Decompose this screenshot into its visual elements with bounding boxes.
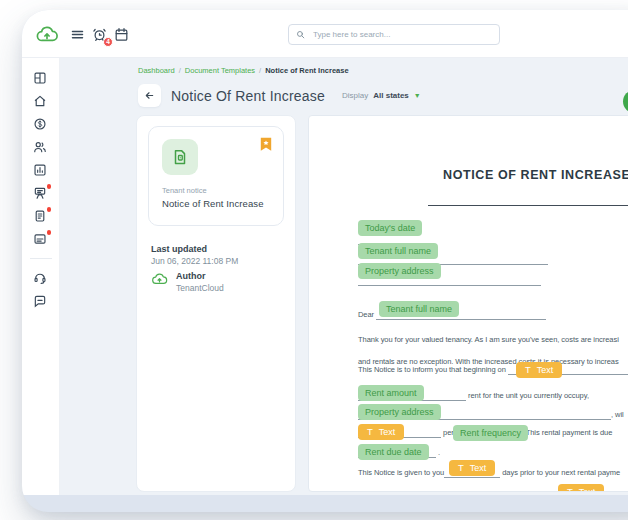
document-row: Rent amount xyxy=(358,385,424,401)
notifications-button[interactable]: 4 xyxy=(92,27,108,43)
headset-icon xyxy=(33,271,47,285)
text-tool-icon: T xyxy=(567,486,573,492)
display-label: Display xyxy=(342,91,368,100)
document-text: Thank you for your valued tenancy. As I … xyxy=(358,334,619,345)
document-row: Today's date xyxy=(358,220,422,236)
template-icon-tile xyxy=(162,139,198,175)
app-window: 4 xyxy=(22,10,628,512)
document-row: TText xyxy=(358,424,404,440)
author-value: TenantCloud xyxy=(176,283,224,293)
last-updated-value: Jun 06, 2022 11:08 PM xyxy=(151,256,238,266)
arrow-left-icon xyxy=(144,90,155,101)
cloud-icon xyxy=(35,23,59,47)
text-field-pill[interactable]: TText xyxy=(516,362,562,378)
page: { "colors":{"accent_green":"#4caf50","pi… xyxy=(0,0,628,520)
notification-dot xyxy=(47,207,52,212)
document-icon xyxy=(171,148,189,166)
breadcrumb-item-document-templates[interactable]: Document Templates xyxy=(185,66,255,75)
document-row: TText xyxy=(449,460,495,476)
search-icon xyxy=(296,30,305,39)
author-label: Author xyxy=(176,271,224,281)
sidebar-item-dashboard[interactable] xyxy=(33,71,48,85)
document-text: , wil xyxy=(611,409,624,420)
sidebar-item-contacts[interactable] xyxy=(33,140,48,154)
text-tool-icon: T xyxy=(367,426,373,437)
document-row: TText xyxy=(558,484,604,492)
document-text: This Notice is given to you xyxy=(358,467,444,478)
document-title-rule xyxy=(428,205,628,206)
author-row: Author TenantCloud xyxy=(151,271,224,293)
calendar-button[interactable] xyxy=(114,27,130,43)
document-text: days prior to your next rental payme xyxy=(500,467,620,478)
document-row: Property address xyxy=(358,263,441,279)
document-preview-panel[interactable]: NOTICE OF RENT INCREASE Today's dateTena… xyxy=(308,115,628,492)
field-pill-property-address[interactable]: Property address xyxy=(358,263,441,279)
document-row: TText xyxy=(516,362,562,378)
bar-chart-icon xyxy=(33,163,47,177)
author-cloud-icon xyxy=(151,271,168,288)
notification-dot xyxy=(47,230,52,235)
billboard-icon xyxy=(33,186,47,200)
topbar: 4 xyxy=(22,10,628,58)
template-category: Tenant notice xyxy=(162,186,207,195)
chat-icon xyxy=(33,294,47,308)
sidebar-item-support[interactable] xyxy=(33,271,48,285)
menu-button[interactable] xyxy=(70,27,86,43)
message-card-icon xyxy=(33,232,47,246)
breadcrumb-item-dashboard[interactable]: Dashboard xyxy=(138,66,175,75)
sidebar-item-payments[interactable] xyxy=(33,117,48,131)
document-text: rent for the unit you currently occupy, xyxy=(466,390,589,401)
home-icon xyxy=(33,94,47,108)
field-pill-today-s-date[interactable]: Today's date xyxy=(358,220,422,236)
text-field-pill[interactable]: TText xyxy=(449,460,495,476)
sidebar-item-feedback[interactable] xyxy=(33,294,48,308)
document-row: Rent due date xyxy=(358,444,429,460)
text-field-pill[interactable]: TText xyxy=(558,484,604,492)
sidebar-item-documents[interactable] xyxy=(33,209,48,223)
sidebar-item-reports[interactable] xyxy=(33,163,48,177)
back-button[interactable] xyxy=(138,84,161,107)
window-body: Dashboard/Document Templates/Notice of R… xyxy=(22,58,628,495)
template-title: Notice of Rent Increase xyxy=(162,198,264,209)
template-card[interactable]: Tenant notice Notice of Rent Increase xyxy=(148,126,284,226)
primary-action-button[interactable] xyxy=(623,90,628,113)
document-text: . xyxy=(436,447,440,458)
template-info-panel: Tenant notice Notice of Rent Increase La… xyxy=(136,115,296,492)
breadcrumb-separator: / xyxy=(259,66,261,75)
document-row: Thank you for your valued tenancy. As I … xyxy=(358,334,619,345)
sidebar-item-home[interactable] xyxy=(33,94,48,108)
field-pill-tenant-full-name[interactable]: Tenant full name xyxy=(358,243,438,259)
document-text: This Notice is to inform you that beginn… xyxy=(358,364,508,375)
sidebar-item-messages[interactable] xyxy=(33,232,48,246)
field-pill-rent-amount[interactable]: Rent amount xyxy=(358,385,424,401)
document-row: This Notice is to inform you that beginn… xyxy=(358,364,628,375)
last-updated-label: Last updated xyxy=(151,244,207,254)
hamburger-icon xyxy=(70,27,85,42)
topbar-icons: 4 xyxy=(70,27,130,43)
text-field-pill[interactable]: TText xyxy=(358,424,404,440)
breadcrumb-separator: / xyxy=(179,66,181,75)
chevron-down-icon: ▼ xyxy=(414,92,421,99)
display-value: All states xyxy=(373,91,409,100)
notification-badge: 4 xyxy=(103,37,113,47)
field-pill-property-address[interactable]: Property address xyxy=(358,404,441,420)
calendar-icon xyxy=(114,27,129,42)
main-area: Dashboard/Document Templates/Notice of R… xyxy=(60,58,628,495)
field-pill-tenant-full-name[interactable]: Tenant full name xyxy=(379,301,459,317)
document-row: Tenant full name xyxy=(379,301,459,317)
dollar-icon xyxy=(33,117,47,131)
field-pill-rent-frequency[interactable]: Rent frequency xyxy=(453,425,528,441)
text-tool-icon: T xyxy=(525,364,531,375)
breadcrumb: Dashboard/Document Templates/Notice of R… xyxy=(138,66,349,75)
sidebar-item-announcements[interactable] xyxy=(33,186,48,200)
search-input[interactable] xyxy=(311,29,492,40)
bookmark-icon[interactable] xyxy=(260,137,272,152)
sidebar-divider xyxy=(30,258,52,259)
display-filter[interactable]: Display All states ▼ xyxy=(342,91,421,100)
field-pill-rent-due-date[interactable]: Rent due date xyxy=(358,444,429,460)
page-title: Notice Of Rent Increase xyxy=(171,88,325,104)
document-text: . This rental payment is due xyxy=(522,427,615,438)
notification-dot xyxy=(47,184,52,189)
dashboard-icon xyxy=(33,71,47,85)
people-icon xyxy=(33,140,47,154)
